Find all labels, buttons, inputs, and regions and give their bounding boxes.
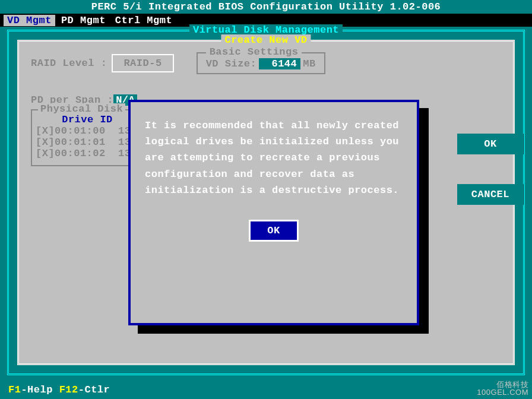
vd-size-unit: MB: [303, 58, 315, 69]
drive-row[interactable]: [X]00:01:01 13: [36, 137, 139, 148]
vd-size-label: VD Size:: [206, 58, 257, 69]
ok-button[interactable]: OK: [457, 134, 524, 154]
cancel-button[interactable]: CANCEL: [457, 184, 524, 205]
status-bar: F1-Help F12-Ctlr: [8, 384, 110, 395]
f1-key: F1: [8, 384, 21, 395]
drive-id-header: Drive ID: [36, 114, 139, 125]
drive-row[interactable]: [X]00:01:00 13: [36, 125, 139, 137]
create-vd-title: Create New VD: [221, 34, 311, 46]
raid-level-label: RAID Level :: [31, 58, 107, 69]
basic-settings-group: Basic Settings VD Size: 6144 MB: [197, 52, 325, 74]
physical-disks-group: Physical Disk Drive ID [X]00:01:00 13 [X…: [31, 109, 144, 166]
info-dialog: It is recommended that all newly created…: [128, 100, 419, 325]
app-title: PERC 5/i Integrated BIOS Configuration U…: [0, 0, 532, 14]
vd-size-input[interactable]: 6144: [259, 58, 300, 69]
dialog-message: It is recommended that all newly created…: [145, 118, 403, 198]
basic-settings-title: Basic Settings: [206, 46, 302, 58]
physical-disks-title: Physical Disk: [38, 103, 125, 115]
f12-key: F12: [59, 384, 78, 395]
menu-ctrl-mgmt[interactable]: Ctrl Mgmt: [112, 15, 176, 26]
watermark: 佰格科技 100GEL.COM: [477, 381, 528, 397]
raid-level-value[interactable]: RAID-5: [112, 54, 173, 72]
drive-row[interactable]: [X]00:01:02 13: [36, 148, 139, 159]
f12-label: -Ctlr: [78, 384, 110, 395]
dialog-ok-button[interactable]: OK: [249, 220, 298, 242]
f1-label: -Help: [21, 384, 59, 395]
menu-vd-mgmt[interactable]: VD Mgmt: [4, 15, 55, 26]
menu-pd-mgmt[interactable]: PD Mgmt: [58, 15, 109, 26]
